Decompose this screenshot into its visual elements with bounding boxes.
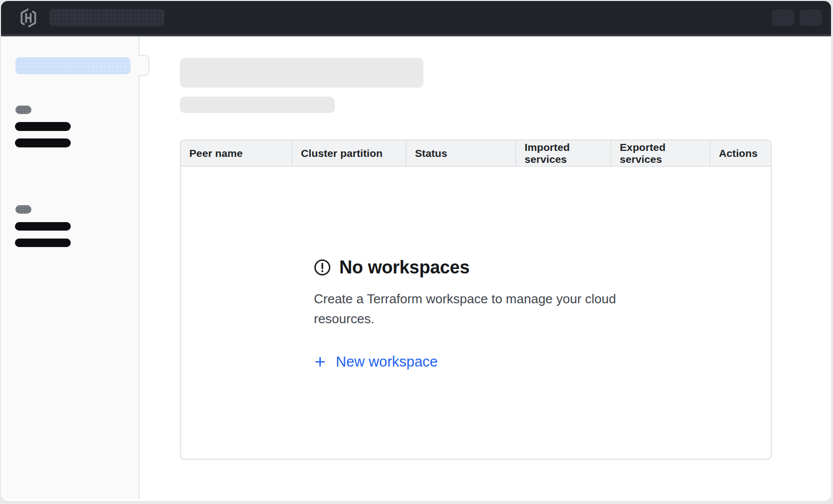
navbar-search-skeleton bbox=[49, 9, 164, 26]
plus-icon bbox=[314, 356, 326, 368]
column-header-exported-services: Exported services bbox=[610, 140, 709, 166]
navbar-button-skeleton-2 bbox=[800, 9, 822, 26]
column-header-actions: Actions bbox=[709, 140, 771, 166]
new-workspace-label: New workspace bbox=[336, 354, 438, 370]
sidebar-group2-label-skeleton bbox=[15, 205, 31, 214]
column-header-cluster-partition: Cluster partition bbox=[291, 140, 406, 166]
app-window: Peer name Cluster partition Status Impor… bbox=[1, 1, 831, 501]
sidebar-group1-item1-skeleton bbox=[15, 122, 71, 131]
top-navbar bbox=[1, 1, 831, 36]
body-row: Peer name Cluster partition Status Impor… bbox=[1, 36, 831, 499]
column-header-imported-services: Imported services bbox=[515, 140, 610, 166]
column-header-status: Status bbox=[406, 140, 515, 166]
main-content: Peer name Cluster partition Status Impor… bbox=[139, 36, 831, 499]
sidebar-group2-item2-skeleton bbox=[15, 239, 71, 247]
empty-state: No workspaces Create a Terraform workspa… bbox=[314, 255, 628, 370]
sidebar-active-item-skeleton bbox=[15, 57, 131, 74]
page-subtitle-skeleton bbox=[180, 97, 335, 113]
empty-state-description: Create a Terraform workspace to manage y… bbox=[314, 289, 628, 329]
peers-table: Peer name Cluster partition Status Impor… bbox=[180, 139, 772, 460]
table-header-row: Peer name Cluster partition Status Impor… bbox=[181, 140, 771, 167]
new-workspace-link[interactable]: New workspace bbox=[314, 354, 438, 370]
empty-state-title: No workspaces bbox=[339, 257, 470, 278]
alert-circle-icon bbox=[314, 259, 331, 276]
navbar-button-skeleton-1 bbox=[772, 9, 794, 26]
page-background: { "navbar": { "logo_icon": "hashicorp-lo… bbox=[0, 0, 833, 504]
sidebar bbox=[1, 36, 139, 499]
sidebar-group2-item1-skeleton bbox=[15, 222, 71, 231]
page-title-skeleton bbox=[180, 58, 423, 88]
hashicorp-logo-icon[interactable] bbox=[18, 8, 38, 28]
sidebar-collapse-handle[interactable] bbox=[139, 55, 149, 76]
sidebar-group1-label-skeleton bbox=[15, 106, 31, 114]
sidebar-group1-item2-skeleton bbox=[15, 138, 71, 147]
empty-state-title-row: No workspaces bbox=[314, 255, 628, 279]
column-header-peer-name: Peer name bbox=[181, 140, 291, 166]
